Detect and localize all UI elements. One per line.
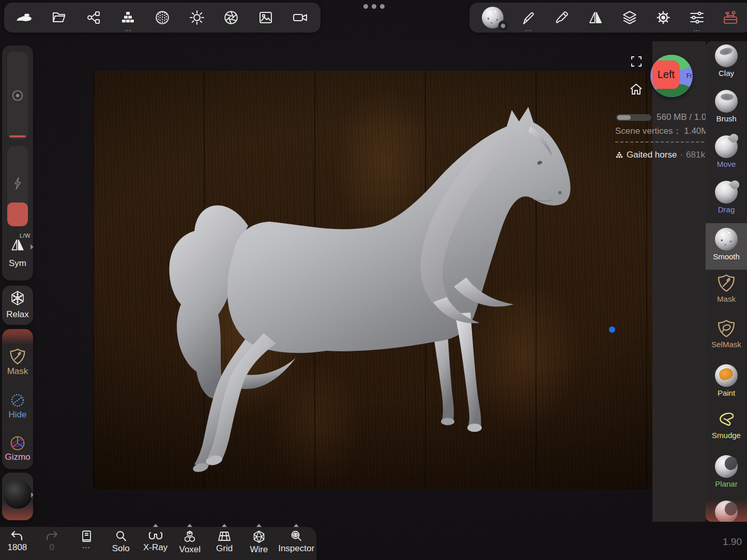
sidebar-bottom-glow [706, 499, 747, 522]
gizmo-label[interactable]: Gizmo [2, 452, 33, 462]
planar-tool-icon [715, 455, 738, 478]
inspector-caret-icon [294, 524, 299, 527]
tool-mask[interactable]: Mask [706, 273, 747, 303]
radius-slider[interactable] [7, 52, 28, 139]
scene-graph-icon[interactable] [82, 5, 105, 30]
tool-brush[interactable]: Brush [706, 90, 747, 123]
matcap-expand-arrow-icon[interactable] [31, 492, 33, 497]
settings-gear-icon[interactable] [652, 5, 675, 30]
symmetry-toggle-icon[interactable] [2, 237, 33, 252]
navball-left-face[interactable]: Left [652, 60, 679, 89]
bottom-toolbar: 1808 0 ... Solo [0, 527, 316, 560]
voxel-label: Voxel [179, 545, 201, 555]
solo-button[interactable]: Solo [103, 527, 138, 560]
tool-clay[interactable]: Clay [706, 44, 747, 77]
brush-preview-button[interactable] [479, 5, 506, 30]
material-paintbrush-icon[interactable] [551, 5, 573, 30]
mask-label[interactable]: Mask [2, 366, 33, 377]
window-handle-dots[interactable] [363, 4, 385, 9]
undo-icon [10, 530, 24, 541]
matcap-panel[interactable] [2, 473, 33, 520]
grid-label: Grid [216, 543, 233, 554]
brush-gear-badge-icon [498, 21, 508, 30]
mask-tool-icon [706, 273, 747, 293]
intensity-bolt-icon [7, 176, 28, 191]
redo-button[interactable]: 0 [35, 527, 69, 560]
lighting-sun-icon[interactable] [186, 5, 208, 30]
horse-model[interactable] [93, 71, 652, 489]
smooth-tool-label: Smooth [706, 252, 747, 261]
wire-button[interactable]: Wire [241, 527, 276, 560]
brush-tool-label: Brush [706, 114, 747, 123]
sym-mode-badge: L/W [20, 232, 31, 239]
object-row[interactable]: Gaited horse · 681k [615, 150, 705, 160]
grid-caret-icon [222, 524, 227, 527]
app-logo-icon[interactable] [13, 5, 36, 30]
stylus-more-dots: ... [517, 28, 540, 30]
sym-label[interactable]: Sym [2, 258, 33, 269]
paint-tool-label: Paint [706, 388, 747, 397]
mask-tool-label: Mask [706, 294, 747, 303]
solo-label: Solo [112, 543, 130, 554]
clay-tool-label: Clay [706, 69, 747, 77]
smooth-tool-icon [715, 228, 738, 251]
hide-label[interactable]: Hide [2, 410, 33, 420]
material-sphere-icon[interactable] [151, 5, 174, 30]
grid-button[interactable]: Grid [207, 527, 242, 560]
camera-video-icon[interactable] [289, 5, 312, 30]
solo-magnifier-icon [115, 530, 127, 542]
sliders-icon [689, 11, 705, 24]
gizmo-axes-icon[interactable] [2, 434, 33, 452]
selmask-tool-label: SelMask [706, 340, 747, 349]
layers-icon[interactable] [618, 5, 641, 30]
xray-button[interactable]: X-Ray [138, 527, 173, 560]
tool-planar[interactable]: Planar [706, 455, 747, 488]
background-image-icon[interactable] [254, 5, 277, 30]
paint-tool-icon [715, 364, 738, 387]
inspector-label: Inspector [278, 543, 314, 554]
relax-label: Relax [2, 309, 33, 320]
matcap-sphere-preview[interactable] [3, 480, 32, 509]
toolbox-icon[interactable] [719, 5, 742, 30]
inspector-button[interactable]: Inspector [276, 527, 316, 560]
topology-menu[interactable]: ... [116, 5, 139, 30]
undo-button[interactable]: 1808 [0, 527, 35, 560]
smudge-tool-label: Smudge [706, 431, 747, 440]
symmetry-mirror-icon[interactable] [584, 5, 607, 30]
hide-dotted-icon[interactable] [2, 392, 33, 409]
grid-plane-icon [218, 530, 231, 542]
redo-count: 0 [49, 542, 54, 553]
drag-tool-icon [713, 179, 739, 205]
selmask-tool-icon [706, 319, 747, 338]
interface-sliders-menu[interactable]: ... [685, 5, 708, 30]
tool-paint[interactable]: Paint [706, 364, 747, 397]
tool-smudge[interactable]: Smudge [706, 410, 747, 440]
files-folder-icon[interactable] [48, 5, 70, 30]
stylus-menu[interactable]: ... [517, 5, 540, 30]
postprocess-aperture-icon[interactable] [220, 5, 242, 30]
orientation-navball[interactable]: Left Fr [650, 55, 693, 97]
scene-vertices-label: Scene vertices： [615, 126, 682, 136]
history-button[interactable]: ... [69, 527, 104, 560]
memory-progress-bar [616, 114, 651, 121]
tool-smooth-selected[interactable]: Smooth [706, 228, 747, 261]
tool-selmask[interactable]: SelMask [706, 319, 747, 349]
stylus-pen-icon [521, 10, 536, 25]
home-icon[interactable] [629, 83, 643, 96]
fullscreen-icon[interactable] [631, 56, 642, 67]
move-tool-icon [715, 135, 738, 158]
sym-expand-arrow-icon[interactable] [31, 244, 34, 250]
viewport-canvas[interactable] [93, 71, 652, 489]
object-separator: · [680, 150, 683, 160]
intensity-slider[interactable] [7, 146, 28, 226]
voxel-cubes-icon [183, 530, 196, 543]
wire-label: Wire [250, 545, 268, 555]
relax-tool-panel[interactable]: Relax [2, 286, 33, 325]
xray-caret-icon [153, 524, 158, 527]
tool-drag[interactable]: Drag [706, 181, 747, 214]
mask-shield-icon[interactable] [2, 348, 33, 365]
smudge-tool-icon [706, 410, 747, 429]
voxel-button[interactable]: Voxel [173, 527, 207, 560]
tool-move[interactable]: Move [706, 135, 747, 168]
inspector-eye-magnifier-icon [290, 530, 302, 542]
